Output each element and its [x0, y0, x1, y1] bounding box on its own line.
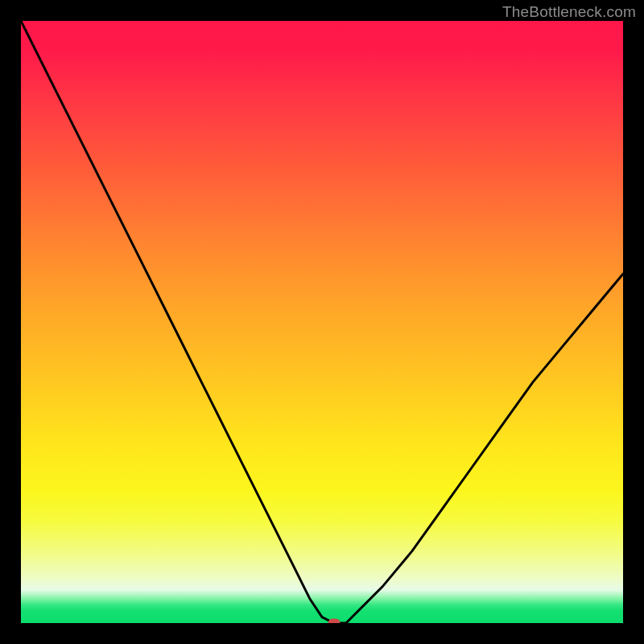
watermark-text: TheBottleneck.com [502, 3, 636, 21]
chart-frame: TheBottleneck.com [0, 0, 644, 644]
gradient-background [21, 21, 623, 623]
optimum-marker [328, 619, 340, 624]
plot-area [21, 21, 623, 623]
